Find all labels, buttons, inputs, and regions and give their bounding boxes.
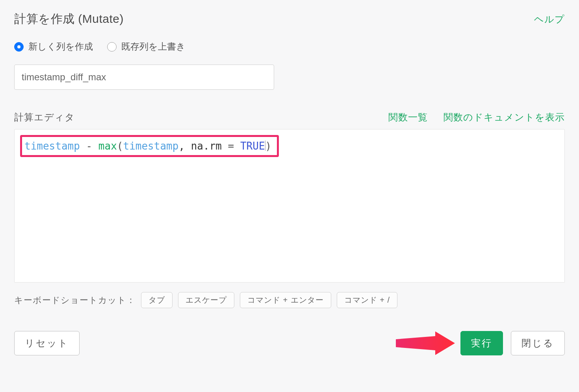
token-close-paren: ) [265, 140, 272, 152]
run-button[interactable]: 実行 [460, 331, 503, 355]
footer-right: 実行 閉じる [396, 331, 565, 355]
token-function: max [98, 140, 117, 152]
editor-label: 計算エディタ [14, 111, 75, 124]
token-column-2: timestamp [123, 140, 178, 152]
shortcut-key-cmd-enter: コマンド + エンター [240, 292, 331, 308]
close-button[interactable]: 閉じる [511, 331, 565, 355]
editor-header: 計算エディタ 関数一覧 関数のドキュメントを表示 [14, 111, 565, 124]
dialog-header: 計算を作成 (Mutate) ヘルプ [14, 11, 565, 27]
expression-editor[interactable]: timestamp - max(timestamp, na.rm = TRUE) [14, 129, 565, 283]
dialog-title: 計算を作成 (Mutate) [14, 11, 124, 27]
shortcut-key-escape: エスケープ [178, 292, 234, 308]
editor-links: 関数一覧 関数のドキュメントを表示 [388, 111, 565, 124]
svg-marker-0 [396, 331, 455, 355]
expression-highlight: timestamp - max(timestamp, na.rm = TRUE) [20, 135, 279, 157]
shortcut-row: キーボードショートカット： タブ エスケープ コマンド + エンター コマンド … [14, 292, 565, 308]
radio-create-new-label: 新しく列を作成 [28, 41, 93, 53]
arrow-annotation-icon [396, 331, 455, 355]
token-constant: TRUE [240, 140, 265, 152]
shortcut-label: キーボードショートカット： [14, 294, 135, 306]
function-docs-link[interactable]: 関数のドキュメントを表示 [444, 111, 565, 124]
column-name-input[interactable] [14, 65, 274, 90]
functions-list-link[interactable]: 関数一覧 [388, 111, 428, 124]
radio-create-new[interactable]: 新しく列を作成 [14, 41, 93, 53]
radio-overwrite-label: 既存列を上書き [121, 41, 186, 53]
mutate-dialog: 計算を作成 (Mutate) ヘルプ 新しく列を作成 既存列を上書き 計算エディ… [0, 0, 579, 367]
radio-overwrite[interactable]: 既存列を上書き [107, 41, 186, 53]
token-open-paren: ( [117, 140, 123, 152]
token-equals: = [228, 140, 240, 152]
shortcut-key-tab: タブ [141, 292, 173, 308]
radio-dot-icon [14, 42, 24, 52]
token-arg: , na.rm [178, 140, 228, 152]
dialog-footer: リセット 実行 閉じる [14, 331, 565, 355]
shortcut-key-cmd-slash: コマンド + / [337, 292, 397, 308]
token-column: timestamp [24, 140, 80, 152]
reset-button[interactable]: リセット [14, 331, 80, 355]
radio-circle-icon [107, 42, 117, 52]
help-link[interactable]: ヘルプ [534, 13, 565, 26]
column-mode-radio-group: 新しく列を作成 既存列を上書き [14, 41, 565, 53]
token-minus: - [80, 140, 98, 152]
